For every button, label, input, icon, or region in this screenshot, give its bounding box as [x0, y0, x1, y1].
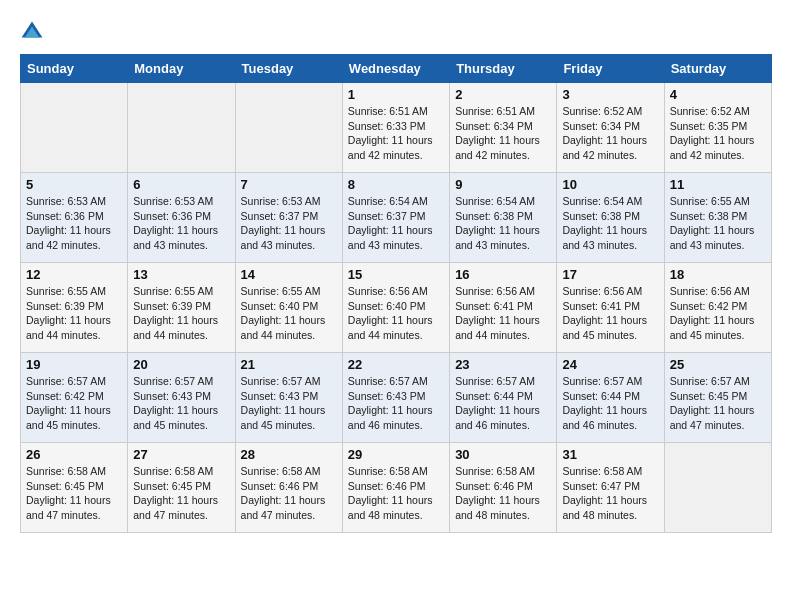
calendar-cell: 30Sunrise: 6:58 AM Sunset: 6:46 PM Dayli…: [450, 443, 557, 533]
header-row: SundayMondayTuesdayWednesdayThursdayFrid…: [21, 55, 772, 83]
day-number: 18: [670, 267, 766, 282]
day-info: Sunrise: 6:58 AM Sunset: 6:46 PM Dayligh…: [241, 464, 337, 523]
calendar-cell: [128, 83, 235, 173]
day-info: Sunrise: 6:55 AM Sunset: 6:39 PM Dayligh…: [26, 284, 122, 343]
header-day: Friday: [557, 55, 664, 83]
day-info: Sunrise: 6:58 AM Sunset: 6:47 PM Dayligh…: [562, 464, 658, 523]
calendar-cell: 21Sunrise: 6:57 AM Sunset: 6:43 PM Dayli…: [235, 353, 342, 443]
calendar-header: SundayMondayTuesdayWednesdayThursdayFrid…: [21, 55, 772, 83]
day-info: Sunrise: 6:54 AM Sunset: 6:38 PM Dayligh…: [455, 194, 551, 253]
day-number: 22: [348, 357, 444, 372]
header-day: Thursday: [450, 55, 557, 83]
day-info: Sunrise: 6:57 AM Sunset: 6:43 PM Dayligh…: [241, 374, 337, 433]
calendar-cell: 9Sunrise: 6:54 AM Sunset: 6:38 PM Daylig…: [450, 173, 557, 263]
day-number: 1: [348, 87, 444, 102]
day-info: Sunrise: 6:52 AM Sunset: 6:34 PM Dayligh…: [562, 104, 658, 163]
calendar-cell: 16Sunrise: 6:56 AM Sunset: 6:41 PM Dayli…: [450, 263, 557, 353]
day-number: 13: [133, 267, 229, 282]
calendar-cell: 3Sunrise: 6:52 AM Sunset: 6:34 PM Daylig…: [557, 83, 664, 173]
day-info: Sunrise: 6:54 AM Sunset: 6:37 PM Dayligh…: [348, 194, 444, 253]
day-info: Sunrise: 6:53 AM Sunset: 6:36 PM Dayligh…: [133, 194, 229, 253]
calendar-cell: 11Sunrise: 6:55 AM Sunset: 6:38 PM Dayli…: [664, 173, 771, 263]
calendar-table: SundayMondayTuesdayWednesdayThursdayFrid…: [20, 54, 772, 533]
day-number: 17: [562, 267, 658, 282]
day-number: 7: [241, 177, 337, 192]
day-number: 27: [133, 447, 229, 462]
day-number: 2: [455, 87, 551, 102]
calendar-cell: 24Sunrise: 6:57 AM Sunset: 6:44 PM Dayli…: [557, 353, 664, 443]
day-info: Sunrise: 6:53 AM Sunset: 6:36 PM Dayligh…: [26, 194, 122, 253]
calendar-cell: 17Sunrise: 6:56 AM Sunset: 6:41 PM Dayli…: [557, 263, 664, 353]
calendar-cell: 12Sunrise: 6:55 AM Sunset: 6:39 PM Dayli…: [21, 263, 128, 353]
day-info: Sunrise: 6:57 AM Sunset: 6:44 PM Dayligh…: [562, 374, 658, 433]
day-info: Sunrise: 6:57 AM Sunset: 6:42 PM Dayligh…: [26, 374, 122, 433]
day-info: Sunrise: 6:56 AM Sunset: 6:40 PM Dayligh…: [348, 284, 444, 343]
calendar-cell: 27Sunrise: 6:58 AM Sunset: 6:45 PM Dayli…: [128, 443, 235, 533]
calendar-cell: 20Sunrise: 6:57 AM Sunset: 6:43 PM Dayli…: [128, 353, 235, 443]
day-number: 11: [670, 177, 766, 192]
day-info: Sunrise: 6:52 AM Sunset: 6:35 PM Dayligh…: [670, 104, 766, 163]
day-info: Sunrise: 6:58 AM Sunset: 6:45 PM Dayligh…: [133, 464, 229, 523]
header-day: Monday: [128, 55, 235, 83]
day-number: 15: [348, 267, 444, 282]
day-number: 12: [26, 267, 122, 282]
day-info: Sunrise: 6:58 AM Sunset: 6:46 PM Dayligh…: [348, 464, 444, 523]
calendar-cell: [235, 83, 342, 173]
day-info: Sunrise: 6:56 AM Sunset: 6:41 PM Dayligh…: [562, 284, 658, 343]
page-header: [20, 20, 772, 44]
header-day: Tuesday: [235, 55, 342, 83]
calendar-cell: 31Sunrise: 6:58 AM Sunset: 6:47 PM Dayli…: [557, 443, 664, 533]
calendar-cell: [664, 443, 771, 533]
calendar-cell: 5Sunrise: 6:53 AM Sunset: 6:36 PM Daylig…: [21, 173, 128, 263]
calendar-cell: [21, 83, 128, 173]
day-info: Sunrise: 6:57 AM Sunset: 6:43 PM Dayligh…: [133, 374, 229, 433]
calendar-cell: 25Sunrise: 6:57 AM Sunset: 6:45 PM Dayli…: [664, 353, 771, 443]
calendar-week: 12Sunrise: 6:55 AM Sunset: 6:39 PM Dayli…: [21, 263, 772, 353]
day-number: 9: [455, 177, 551, 192]
day-number: 16: [455, 267, 551, 282]
header-day: Wednesday: [342, 55, 449, 83]
day-number: 26: [26, 447, 122, 462]
day-info: Sunrise: 6:55 AM Sunset: 6:39 PM Dayligh…: [133, 284, 229, 343]
day-number: 24: [562, 357, 658, 372]
day-number: 19: [26, 357, 122, 372]
day-info: Sunrise: 6:51 AM Sunset: 6:33 PM Dayligh…: [348, 104, 444, 163]
day-number: 28: [241, 447, 337, 462]
calendar-cell: 23Sunrise: 6:57 AM Sunset: 6:44 PM Dayli…: [450, 353, 557, 443]
calendar-cell: 8Sunrise: 6:54 AM Sunset: 6:37 PM Daylig…: [342, 173, 449, 263]
day-info: Sunrise: 6:57 AM Sunset: 6:44 PM Dayligh…: [455, 374, 551, 433]
calendar-cell: 18Sunrise: 6:56 AM Sunset: 6:42 PM Dayli…: [664, 263, 771, 353]
day-info: Sunrise: 6:55 AM Sunset: 6:38 PM Dayligh…: [670, 194, 766, 253]
header-day: Saturday: [664, 55, 771, 83]
calendar-cell: 10Sunrise: 6:54 AM Sunset: 6:38 PM Dayli…: [557, 173, 664, 263]
calendar-cell: 1Sunrise: 6:51 AM Sunset: 6:33 PM Daylig…: [342, 83, 449, 173]
day-info: Sunrise: 6:54 AM Sunset: 6:38 PM Dayligh…: [562, 194, 658, 253]
calendar-cell: 6Sunrise: 6:53 AM Sunset: 6:36 PM Daylig…: [128, 173, 235, 263]
day-info: Sunrise: 6:57 AM Sunset: 6:45 PM Dayligh…: [670, 374, 766, 433]
calendar-week: 26Sunrise: 6:58 AM Sunset: 6:45 PM Dayli…: [21, 443, 772, 533]
calendar-cell: 4Sunrise: 6:52 AM Sunset: 6:35 PM Daylig…: [664, 83, 771, 173]
header-day: Sunday: [21, 55, 128, 83]
day-number: 14: [241, 267, 337, 282]
calendar-week: 5Sunrise: 6:53 AM Sunset: 6:36 PM Daylig…: [21, 173, 772, 263]
day-number: 25: [670, 357, 766, 372]
calendar-cell: 15Sunrise: 6:56 AM Sunset: 6:40 PM Dayli…: [342, 263, 449, 353]
day-number: 31: [562, 447, 658, 462]
day-info: Sunrise: 6:58 AM Sunset: 6:45 PM Dayligh…: [26, 464, 122, 523]
logo-icon: [20, 20, 44, 44]
calendar-week: 1Sunrise: 6:51 AM Sunset: 6:33 PM Daylig…: [21, 83, 772, 173]
calendar-body: 1Sunrise: 6:51 AM Sunset: 6:33 PM Daylig…: [21, 83, 772, 533]
day-number: 29: [348, 447, 444, 462]
day-number: 3: [562, 87, 658, 102]
day-info: Sunrise: 6:56 AM Sunset: 6:41 PM Dayligh…: [455, 284, 551, 343]
calendar-cell: 22Sunrise: 6:57 AM Sunset: 6:43 PM Dayli…: [342, 353, 449, 443]
day-info: Sunrise: 6:53 AM Sunset: 6:37 PM Dayligh…: [241, 194, 337, 253]
day-number: 4: [670, 87, 766, 102]
day-info: Sunrise: 6:57 AM Sunset: 6:43 PM Dayligh…: [348, 374, 444, 433]
calendar-cell: 29Sunrise: 6:58 AM Sunset: 6:46 PM Dayli…: [342, 443, 449, 533]
calendar-cell: 7Sunrise: 6:53 AM Sunset: 6:37 PM Daylig…: [235, 173, 342, 263]
day-number: 23: [455, 357, 551, 372]
day-number: 30: [455, 447, 551, 462]
day-info: Sunrise: 6:58 AM Sunset: 6:46 PM Dayligh…: [455, 464, 551, 523]
calendar-cell: 14Sunrise: 6:55 AM Sunset: 6:40 PM Dayli…: [235, 263, 342, 353]
